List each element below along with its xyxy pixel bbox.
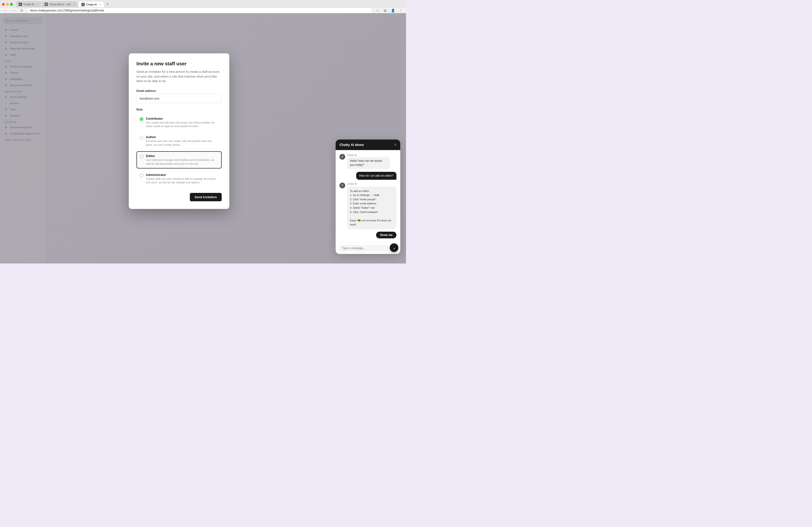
- browser-tab-2[interactable]: G Ghost Admin - test ×: [42, 1, 78, 8]
- role-option-contributor[interactable]: Contributor Can create and edit their ow…: [136, 114, 222, 131]
- modal-title: Invite a new staff user: [136, 61, 222, 67]
- browser-toolbar: ← → ↻ demo.chattyoperator.com:2368/ghost…: [0, 7, 406, 14]
- chatty-header: Chatty AI demo ×: [336, 140, 400, 150]
- tab-favicon-3: C: [82, 3, 85, 6]
- chatty-fab-icon: ⌄: [393, 246, 396, 250]
- invite-modal: Invite a new staff user Send an invitati…: [129, 53, 229, 209]
- send-invitation-button[interactable]: Send invitation: [190, 193, 222, 201]
- profile-icon[interactable]: 👤: [390, 8, 396, 14]
- chatty-fab-button[interactable]: ⌄: [390, 244, 398, 252]
- traffic-lights: [2, 3, 13, 6]
- tab-close-2[interactable]: ×: [73, 3, 75, 6]
- role-desc-author: A trusted user who can create, edit and …: [146, 139, 219, 147]
- chatty-widget-title: Chatty AI demo: [339, 143, 364, 147]
- radio-administrator[interactable]: [140, 174, 143, 177]
- chatty-message-input[interactable]: [338, 245, 389, 251]
- show-me-container: Show me: [347, 231, 396, 238]
- role-name-administrator: Administrator: [146, 173, 219, 177]
- role-name-contributor: Contributor: [146, 117, 219, 120]
- role-option-author[interactable]: Author A trusted user who can create, ed…: [136, 133, 222, 149]
- traffic-light-yellow[interactable]: [6, 3, 9, 6]
- tab-label-1: Chatty AI: [24, 3, 34, 6]
- email-input[interactable]: [136, 94, 222, 103]
- page-content: 🔍 Search settings ◉ A card ◉ Facebook ca…: [0, 13, 406, 263]
- user-message-row: How do I an add an editor?: [339, 172, 396, 180]
- radio-editor[interactable]: [140, 155, 144, 158]
- role-desc-contributor: Can create and edit their own posts, but…: [146, 121, 219, 128]
- tab-favicon-1: C: [19, 3, 22, 6]
- bookmark-icon[interactable]: ☆: [374, 8, 381, 14]
- ai-message-response: C Chatty AI To add an editor: 1. Go to S…: [339, 182, 396, 238]
- ai-sender-response: Chatty AI: [347, 182, 396, 185]
- browser-chrome: C Chatty AI × G Ghost Admin - test × C C…: [0, 0, 406, 13]
- role-info-author: Author A trusted user who can create, ed…: [146, 135, 219, 147]
- new-tab-button[interactable]: +: [105, 1, 111, 8]
- role-name-editor: Editor: [146, 154, 218, 158]
- role-desc-editor: Can invite and manage other Authors and …: [146, 158, 218, 166]
- modal-footer: Send invitation: [136, 193, 222, 201]
- back-button[interactable]: ←: [2, 8, 9, 14]
- tabs-row: C Chatty AI × G Ghost Admin - test × C C…: [16, 1, 404, 8]
- role-info-editor: Editor Can invite and manage other Autho…: [146, 154, 218, 166]
- ai-message-greeting: C Chatty AI Hello! How can we assist you…: [339, 154, 396, 169]
- role-name-author: Author: [146, 135, 219, 139]
- address-text: demo.chattyoperator.com:2368/ghost/#/set…: [30, 9, 104, 12]
- user-bubble: How do I an add an editor?: [356, 172, 396, 180]
- ai-avatar-greeting: C: [339, 154, 345, 160]
- role-info-administrator: Administrator Trusted staff user who sho…: [146, 173, 219, 185]
- forward-button[interactable]: →: [11, 8, 17, 14]
- traffic-light-red[interactable]: [2, 3, 5, 6]
- reload-button[interactable]: ↻: [19, 8, 25, 14]
- role-label: Role: [136, 108, 222, 111]
- tab-label-3: Chatty AI: [86, 3, 97, 6]
- tab-close-3[interactable]: ×: [99, 3, 101, 6]
- role-option-administrator[interactable]: Administrator Trusted staff user who sho…: [136, 171, 222, 187]
- tab-close-1[interactable]: ×: [37, 3, 38, 6]
- extensions-icon[interactable]: ⊞: [382, 8, 388, 14]
- ai-sender-greeting: Chatty AI: [347, 154, 390, 157]
- role-desc-administrator: Trusted staff user who should be able to…: [146, 177, 219, 185]
- role-option-editor[interactable]: Editor Can invite and manage other Autho…: [136, 151, 222, 169]
- tab-label-2: Ghost Admin - test: [49, 3, 71, 6]
- chatty-ai-widget: Chatty AI demo × C Chatty AI Hello! How …: [336, 140, 400, 254]
- browser-titlebar: C Chatty AI × G Ghost Admin - test × C C…: [0, 0, 406, 7]
- email-label: Email address: [136, 89, 222, 93]
- menu-icon[interactable]: ⋮: [397, 8, 404, 14]
- chatty-messages: C Chatty AI Hello! How can we assist you…: [336, 150, 400, 242]
- ai-response-bubble: To add an editor: 1. Go to Settings → St…: [347, 187, 396, 229]
- browser-tab-3[interactable]: C Chatty AI ×: [78, 1, 104, 8]
- traffic-light-green[interactable]: [10, 3, 13, 6]
- role-info-contributor: Contributor Can create and edit their ow…: [146, 117, 219, 128]
- tab-favicon-2: G: [45, 3, 48, 6]
- modal-description: Send an invitation for a new person to c…: [136, 69, 222, 84]
- browser-tab-1[interactable]: C Chatty AI ×: [16, 1, 41, 8]
- address-bar[interactable]: demo.chattyoperator.com:2368/ghost/#/set…: [27, 8, 373, 14]
- radio-author[interactable]: [140, 136, 143, 140]
- chatty-close-button[interactable]: ×: [394, 143, 396, 147]
- ai-avatar-response: C: [339, 182, 345, 188]
- ai-bubble-greeting: Hello! How can we assist you today?: [347, 157, 390, 169]
- toolbar-icons: ☆ ⊞ 👤 ⋮: [374, 8, 404, 14]
- radio-contributor[interactable]: [140, 117, 143, 121]
- show-me-button[interactable]: Show me: [376, 232, 396, 238]
